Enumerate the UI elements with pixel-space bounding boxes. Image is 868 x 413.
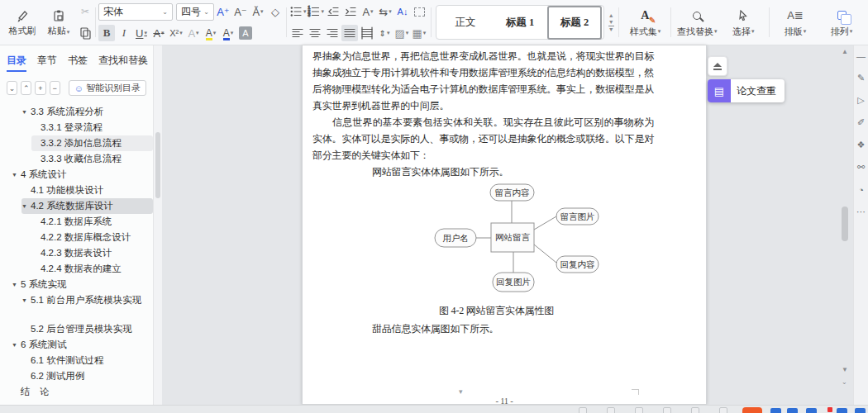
toc-item[interactable]: ▼ 3.3.3 收藏信息流程 bbox=[31, 151, 153, 167]
toc-item[interactable]: ▼ 结 论 bbox=[12, 384, 153, 400]
document-scrollbar-thumb[interactable] bbox=[842, 206, 848, 241]
paste-button[interactable]: 粘贴▾ bbox=[41, 2, 76, 43]
toc-item[interactable]: ▼ 6 系统测试 bbox=[12, 337, 153, 353]
sidebar-scrollbar[interactable] bbox=[154, 45, 162, 405]
sidebar-tab[interactable]: 查找和替换 bbox=[98, 54, 148, 72]
soft-wrap-icon[interactable]: ⇆▾ bbox=[377, 3, 393, 20]
status-icon[interactable] bbox=[579, 407, 587, 413]
history-clock-icon[interactable]: ◔ bbox=[858, 184, 864, 195]
copy-icon[interactable] bbox=[78, 26, 93, 40]
toc-item[interactable]: ▼ 5.1 前台用户系统模块实现 bbox=[21, 292, 153, 308]
strikethrough-button[interactable]: A▾ bbox=[150, 25, 167, 41]
plagiarism-check-button[interactable]: ▤ 论文查重 bbox=[708, 79, 785, 102]
plagiarism-check-label: 论文查重 bbox=[737, 84, 776, 98]
text-effects-icon[interactable]: A▾ bbox=[185, 25, 202, 41]
bold-button[interactable]: B bbox=[98, 25, 115, 41]
format-painter-button[interactable]: 格式刷 bbox=[5, 2, 40, 43]
toc-item[interactable]: ▼ 6.2 测试用例 bbox=[21, 368, 153, 384]
font-size-select[interactable]: 四号⌄ bbox=[176, 3, 214, 21]
style-gallery-item[interactable]: 正文 bbox=[438, 6, 493, 40]
pinyin-guide-icon[interactable]: Ǎ▾ bbox=[250, 3, 266, 20]
status-icon[interactable] bbox=[719, 407, 727, 413]
toc-item[interactable]: ▼ 4.2.2 数据库概念设计 bbox=[31, 230, 153, 245]
select-cursor-icon[interactable]: ▷ bbox=[857, 95, 864, 106]
toc-item[interactable]: ▼ 4.1 功能模块设计 bbox=[21, 183, 153, 198]
layout-button[interactable]: A≣ 排版▾ bbox=[772, 2, 818, 43]
text-direction-icon[interactable]: A▾ bbox=[360, 3, 376, 20]
attribute-label: 回复内容 bbox=[560, 260, 596, 269]
superscript-button[interactable]: X²▾ bbox=[168, 25, 184, 41]
sidebar-tab[interactable]: 章节 bbox=[37, 54, 57, 72]
find-replace-button[interactable]: 查找替换▾ bbox=[674, 2, 720, 43]
cut-icon[interactable]: ✂ bbox=[78, 4, 93, 19]
share-icon[interactable]: ⚯ bbox=[857, 162, 865, 173]
char-shading-button[interactable]: A bbox=[237, 25, 254, 41]
toc-zoom-out-button[interactable]: − bbox=[50, 81, 60, 95]
document-page[interactable]: 界抽象为信息世界，再把信息世界变成机器世界。也就是说，将现实世界的目标抽象成独立… bbox=[302, 45, 707, 405]
status-icon[interactable] bbox=[663, 407, 671, 413]
numbered-list-button[interactable]: 123▾ bbox=[307, 3, 324, 20]
font-name-select[interactable]: 宋体⌄ bbox=[98, 3, 173, 21]
sort-icon[interactable]: A↓ bbox=[394, 3, 411, 20]
toc-item[interactable]: ▼ 5.2 后台管理员模块实现 bbox=[21, 321, 153, 337]
style-gallery-spinner[interactable]: ▲▼▼ bbox=[606, 2, 617, 43]
toc-item[interactable]: ▼ 4.2.4 数据表的建立 bbox=[31, 261, 153, 277]
toc-item[interactable]: ▼ 3.3 系统流程分析 bbox=[21, 104, 153, 120]
line-spacing-button[interactable]: ⇕▾ bbox=[376, 25, 393, 41]
toc-toolbar: ⌄ ⌃ + − ☺智能识别目录 bbox=[0, 77, 153, 102]
attribute-label: 回复图片 bbox=[496, 278, 531, 287]
sidebar-scrollbar-thumb[interactable] bbox=[155, 132, 160, 198]
toc-item[interactable]: ▼ 3.3.1 登录流程 bbox=[31, 120, 153, 135]
toc-item[interactable]: ▼ 3.3.2 添加信息流程 bbox=[31, 135, 153, 151]
shrink-font-icon[interactable]: A⁻ bbox=[232, 3, 249, 20]
toc-zoom-in-button[interactable]: + bbox=[35, 81, 45, 95]
sidebar-tab[interactable]: 目录 bbox=[7, 54, 26, 72]
status-icon[interactable] bbox=[635, 407, 643, 413]
align-right-button[interactable] bbox=[324, 25, 341, 41]
align-justify-button[interactable] bbox=[341, 25, 358, 41]
hide-whitespace-icon[interactable]: ▾ bbox=[459, 387, 463, 396]
highlighter-icon[interactable]: ✐ bbox=[857, 117, 865, 128]
style-set-button[interactable]: A 样式集▾ bbox=[622, 2, 668, 43]
style-gallery-item[interactable]: 标题 1 bbox=[493, 6, 547, 40]
collapse-panel-button[interactable] bbox=[708, 56, 727, 76]
style-gallery-item[interactable]: 标题 2 bbox=[547, 6, 602, 40]
decrease-indent-icon[interactable] bbox=[325, 3, 341, 20]
underline-button[interactable]: U▾ bbox=[133, 25, 150, 41]
seal-icon[interactable]: ❖ bbox=[857, 140, 866, 150]
highlight-color-button[interactable]: A▾ bbox=[203, 25, 219, 41]
borders-button[interactable]: ▦▾ bbox=[411, 25, 427, 41]
toc-collapse-button[interactable]: ⌃ bbox=[21, 81, 31, 95]
previous-page-arrow[interactable]: ▼ bbox=[842, 366, 848, 373]
bullet-list-button[interactable]: ▾ bbox=[289, 3, 307, 20]
scroll-up-arrow[interactable]: ▲ bbox=[842, 48, 848, 55]
paragraph-shading-button[interactable]: ▨▾ bbox=[393, 25, 410, 41]
select-button[interactable]: 选择▾ bbox=[720, 2, 766, 43]
next-page-arrow[interactable]: ⌄ bbox=[842, 378, 847, 386]
italic-button[interactable]: I bbox=[116, 25, 132, 41]
more-ellipsis-icon[interactable]: ⋯ bbox=[856, 206, 866, 217]
show-marks-icon[interactable] bbox=[412, 3, 428, 20]
toc-item[interactable]: ▼ 5 系统实现 bbox=[12, 277, 153, 292]
right-tool-strip: — ✎ ▷ ✐ ❖ ⚯ ◔ ⋯ bbox=[853, 45, 868, 405]
clear-format-icon[interactable]: ◇ bbox=[267, 3, 284, 20]
arrange-button[interactable]: 排列▾ bbox=[818, 2, 865, 43]
collapse-strip-icon[interactable]: — bbox=[856, 50, 866, 61]
annotate-pen-icon[interactable]: ✎ bbox=[857, 73, 865, 83]
toc-expand-button[interactable]: ⌄ bbox=[7, 81, 17, 95]
sidebar-tab[interactable]: 书签 bbox=[68, 54, 88, 72]
status-icon[interactable] bbox=[691, 407, 699, 413]
grow-font-icon[interactable]: A⁺ bbox=[215, 3, 231, 20]
align-left-button[interactable] bbox=[289, 25, 306, 41]
font-color-button[interactable]: A▾ bbox=[220, 25, 236, 41]
align-center-button[interactable] bbox=[307, 25, 323, 41]
toc-item[interactable]: ▼ 4 系统设计 bbox=[12, 167, 153, 183]
smart-toc-button[interactable]: ☺智能识别目录 bbox=[69, 80, 146, 96]
toc-item[interactable]: ▼ 4.2 系统数据库设计 bbox=[21, 198, 153, 214]
increase-indent-icon[interactable] bbox=[342, 3, 359, 20]
status-icon[interactable] bbox=[607, 407, 615, 413]
toc-item[interactable]: ▼ 4.2.3 数据表设计 bbox=[31, 245, 153, 261]
toc-item[interactable]: ▼ 6.1 软件测试过程 bbox=[21, 353, 153, 368]
toc-item[interactable]: ▼ 4.2.1 数据库系统 bbox=[31, 214, 153, 230]
distribute-button[interactable] bbox=[359, 25, 375, 41]
